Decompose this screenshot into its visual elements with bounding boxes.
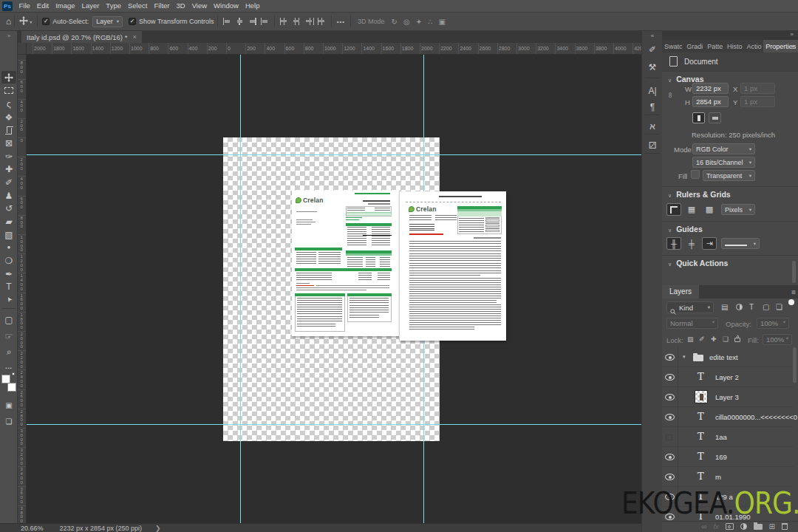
layer-visibility-cell[interactable] bbox=[662, 447, 678, 466]
tool-healing-brush[interactable]: ✚ bbox=[1, 163, 16, 175]
document-row[interactable]: Document bbox=[662, 52, 798, 71]
tool-dodge[interactable]: ❍ bbox=[1, 254, 16, 267]
auto-select-checkbox[interactable]: ✓ bbox=[42, 18, 50, 25]
layer-row-0[interactable]: ▾edite text bbox=[662, 347, 794, 367]
guides-section-header[interactable]: ∨Guides bbox=[668, 225, 703, 233]
menu-edit[interactable]: Edit bbox=[33, 0, 52, 12]
3d-panel-icon[interactable]: ⚂ bbox=[642, 140, 663, 151]
3d-pan-icon[interactable]: ✦ bbox=[416, 18, 422, 26]
orientation-landscape-button[interactable] bbox=[709, 112, 721, 123]
align-left-icon[interactable] bbox=[223, 18, 231, 25]
guide-horizontal-top[interactable] bbox=[27, 154, 641, 155]
lock-all-icon[interactable] bbox=[734, 338, 740, 342]
new-group-icon[interactable] bbox=[754, 524, 763, 530]
group-expand-caret[interactable]: ▾ bbox=[683, 354, 686, 360]
menu-filter[interactable]: Filter bbox=[151, 0, 173, 12]
properties-panel-menu-icon[interactable]: ≡ bbox=[791, 43, 796, 51]
eye-icon[interactable] bbox=[665, 454, 675, 460]
foreground-color-chip[interactable] bbox=[1, 375, 10, 383]
tab-gradi[interactable]: Gradi bbox=[684, 40, 705, 52]
zoom-level[interactable]: 20.66% bbox=[21, 525, 44, 532]
guides-toggle-button[interactable]: ╫ bbox=[666, 237, 681, 250]
adjustment-layer-icon[interactable] bbox=[740, 523, 747, 530]
tool-gradient[interactable]: ▧ bbox=[1, 228, 16, 241]
tool-clone-stamp[interactable]: ♟ bbox=[1, 189, 16, 202]
menu-file[interactable]: File bbox=[16, 0, 33, 12]
layer-row-4[interactable]: T1aa bbox=[662, 427, 794, 447]
status-arrow-icon[interactable]: ❯ bbox=[155, 525, 161, 532]
blend-mode-dropdown[interactable]: Normal▾ bbox=[666, 318, 718, 329]
eye-icon[interactable] bbox=[665, 374, 675, 381]
paragraph-panel-icon[interactable]: ¶ bbox=[642, 102, 663, 112]
units-dropdown[interactable]: Pixels▾ bbox=[721, 204, 755, 215]
kind-filter-dropdown[interactable]: Kind▾ bbox=[666, 301, 714, 313]
tab-patte[interactable]: Patte bbox=[705, 40, 725, 52]
menu-image[interactable]: Image bbox=[52, 0, 78, 12]
move-tool-icon[interactable] bbox=[19, 15, 28, 28]
layer-mask-icon[interactable] bbox=[726, 523, 734, 530]
canvas-w-input[interactable]: 2232 px bbox=[692, 83, 729, 94]
eye-icon[interactable] bbox=[665, 474, 675, 480]
toolbar-collapse-icon[interactable]: » bbox=[0, 33, 18, 39]
layer-visibility-cell[interactable] bbox=[662, 427, 678, 446]
distribute-h-icon[interactable] bbox=[318, 18, 326, 25]
filter-type-layers-icon[interactable]: T bbox=[749, 303, 754, 311]
tab-swatc[interactable]: Swatc bbox=[662, 40, 684, 52]
align-center-h-icon[interactable] bbox=[236, 18, 244, 25]
document-tab[interactable]: Italy id.psd @ 20.7% (RGB/16) * × bbox=[21, 31, 142, 43]
menu-3d[interactable]: 3D bbox=[173, 0, 188, 12]
tool-blur[interactable]: ● bbox=[1, 241, 16, 253]
dock-strip-collapse-icon[interactable]: « bbox=[642, 33, 663, 39]
layer-row-5[interactable]: T169 bbox=[662, 447, 794, 467]
properties-scrollbar[interactable] bbox=[792, 261, 796, 283]
tool-move[interactable] bbox=[1, 71, 16, 83]
layer-effects-icon[interactable]: fx bbox=[714, 523, 719, 531]
mode-dropdown[interactable]: RGB Color▾ bbox=[692, 143, 755, 154]
filter-shape-layers-icon[interactable]: ▢ bbox=[763, 303, 769, 311]
menu-select[interactable]: Select bbox=[124, 0, 150, 12]
opacity-input[interactable]: 100%▾ bbox=[757, 318, 789, 329]
character-panel-icon[interactable]: A| bbox=[642, 86, 663, 96]
canvas-x-input[interactable]: 1 px bbox=[740, 83, 775, 94]
tab-layers[interactable]: Layers bbox=[662, 285, 699, 299]
layers-panel-menu-icon[interactable]: ≡ bbox=[791, 288, 796, 296]
layer-visibility-cell[interactable] bbox=[662, 347, 678, 366]
delete-layer-icon[interactable] bbox=[782, 523, 788, 530]
layer-visibility-cell[interactable] bbox=[662, 407, 678, 426]
snap-toggle-button[interactable]: ▩ bbox=[702, 203, 717, 216]
menu-help[interactable]: Help bbox=[242, 0, 263, 12]
tool-pen[interactable]: ✒ bbox=[1, 267, 16, 280]
link-dimensions-icon[interactable]: ∞ bbox=[666, 92, 675, 98]
tab-actio[interactable]: Actio bbox=[744, 40, 763, 52]
tool-history-brush[interactable]: ↺ bbox=[1, 202, 16, 214]
align-right-icon[interactable] bbox=[248, 18, 256, 25]
rulers-grids-section-header[interactable]: ∨Rulers & Grids bbox=[668, 190, 731, 199]
layer-row-1[interactable]: TLayer 2 bbox=[662, 367, 794, 387]
tool-path-selection[interactable]: ➤ bbox=[0, 290, 18, 310]
guide-vertical-left[interactable] bbox=[240, 55, 241, 523]
lock-pixels-icon[interactable]: ✐ bbox=[699, 335, 705, 343]
3d-scale-icon[interactable]: ▣ bbox=[438, 18, 445, 26]
tool-crop[interactable] bbox=[1, 124, 16, 137]
photoshop-logo-icon[interactable]: Ps bbox=[2, 1, 13, 11]
tool-lasso[interactable]: ς bbox=[1, 98, 16, 110]
lock-position-icon[interactable]: ✚ bbox=[711, 335, 717, 343]
menu-layer[interactable]: Layer bbox=[78, 0, 103, 12]
layer-row-3[interactable]: Tcilla0000000...<<<<<<<<0 d bbox=[662, 407, 794, 427]
fill-checkbox[interactable] bbox=[691, 170, 700, 179]
menu-window[interactable]: Window bbox=[211, 0, 242, 12]
bit-depth-dropdown[interactable]: 16 Bits/Channel▾ bbox=[692, 157, 755, 168]
dock-collapse-chevron[interactable]: » bbox=[662, 31, 798, 40]
show-transform-checkbox[interactable]: ✓ bbox=[129, 18, 136, 25]
eye-icon[interactable] bbox=[665, 394, 675, 400]
layers-scrollbar[interactable] bbox=[793, 347, 797, 383]
link-layers-icon[interactable]: ∞ bbox=[701, 523, 706, 531]
fill-opacity-input[interactable]: 100%▾ bbox=[763, 334, 792, 345]
tool-shape[interactable]: ▢ bbox=[1, 313, 16, 326]
move-tool-dropdown-icon[interactable]: ▾ bbox=[30, 19, 32, 24]
layer-visibility-cell[interactable] bbox=[662, 467, 678, 486]
vertical-ruler[interactable]: 8006004002000200400600800100012001400160… bbox=[18, 55, 27, 523]
3d-roll-icon[interactable]: ◎ bbox=[403, 18, 410, 26]
menu-view[interactable]: View bbox=[188, 0, 210, 12]
3d-slide-icon[interactable]: ∴ bbox=[428, 18, 432, 26]
